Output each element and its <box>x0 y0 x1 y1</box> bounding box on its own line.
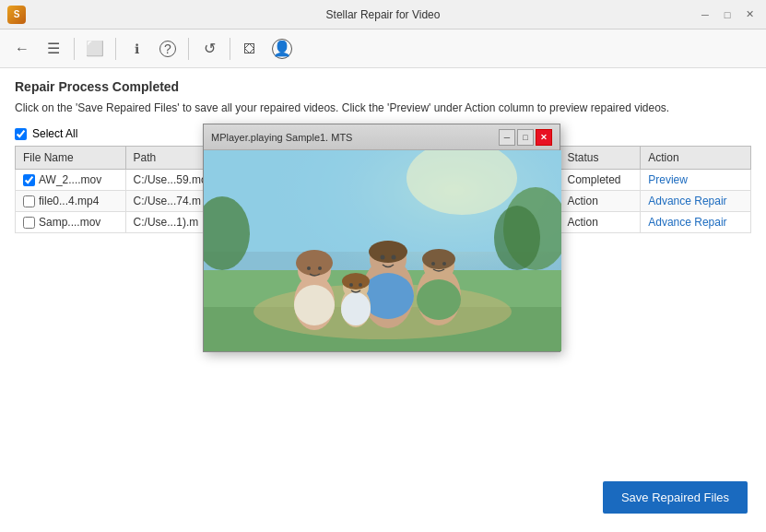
row2-status: Action <box>560 191 641 212</box>
window-title: Stellar Repair for Video <box>326 8 441 21</box>
refresh-button[interactable]: ↺ <box>196 36 222 62</box>
row2-filename: file0...4.mp4 <box>39 195 99 207</box>
refresh-icon: ↺ <box>204 40 216 57</box>
advance-repair-link-1[interactable]: Advance Repair <box>648 195 726 207</box>
mplayer-titlebar: MPlayer.playing Sample1. MTS ─ □ ✕ <box>204 124 560 150</box>
advance-repair-link-2[interactable]: Advance Repair <box>648 216 726 229</box>
mplayer-minimize-button[interactable]: ─ <box>499 129 515 146</box>
close-button[interactable]: ✕ <box>740 6 759 24</box>
help-icon: ? <box>159 41 176 57</box>
user-icon: 👤 <box>272 39 292 59</box>
mplayer-video-area <box>204 150 561 351</box>
preview-link[interactable]: Preview <box>648 173 688 186</box>
mplayer-controls: ─ □ ✕ <box>499 129 552 146</box>
minimize-button[interactable]: ─ <box>696 6 714 24</box>
info-button[interactable]: ℹ <box>124 36 149 62</box>
cell-filename: file0...4.mp4 <box>16 191 126 212</box>
cell-filename: Samp....mov <box>16 212 126 233</box>
menu-button[interactable]: ☰ <box>41 36 66 62</box>
row3-action: Advance Repair <box>641 212 751 233</box>
col-filename: File Name <box>16 147 126 170</box>
toolbar-sep-4 <box>230 38 230 60</box>
toolbar-sep-3 <box>188 38 189 60</box>
cart-icon: ⛋ <box>243 41 258 57</box>
window-controls: ─ □ ✕ <box>696 6 759 24</box>
user-button[interactable]: 👤 <box>269 36 295 62</box>
menu-icon: ☰ <box>47 40 60 57</box>
select-all-label: Select All <box>32 127 77 140</box>
back-button[interactable]: ← <box>9 36 35 62</box>
video-scene-svg <box>204 150 561 351</box>
mplayer-popup: MPlayer.playing Sample1. MTS ─ □ ✕ <box>203 124 560 352</box>
help-button[interactable]: ? <box>155 36 181 62</box>
mplayer-close-button[interactable]: ✕ <box>536 129 552 146</box>
title-bar-left: S <box>7 6 26 24</box>
row1-checkbox[interactable] <box>23 174 35 186</box>
svg-rect-34 <box>204 150 561 351</box>
col-status: Status <box>560 147 641 170</box>
row3-status: Action <box>560 212 641 233</box>
mplayer-title: MPlayer.playing Sample1. MTS <box>211 132 352 143</box>
row2-checkbox[interactable] <box>23 195 35 207</box>
toolbar: ← ☰ ⬜ ℹ ? ↺ ⛋ 👤 <box>0 30 766 68</box>
col-action: Action <box>641 147 751 170</box>
row1-status: Completed <box>560 170 641 191</box>
row1-filename: AW_2....mov <box>39 173 101 186</box>
toolbar-sep-2 <box>115 38 116 60</box>
title-bar: S Stellar Repair for Video ─ □ ✕ <box>0 0 766 30</box>
main-content: Repair Process Completed Click on the 'S… <box>0 68 766 532</box>
select-all-checkbox[interactable] <box>15 128 27 140</box>
cell-filename: AW_2....mov <box>16 170 126 191</box>
clipboard-button[interactable]: ⬜ <box>82 36 108 62</box>
clipboard-icon: ⬜ <box>86 40 104 57</box>
mplayer-maximize-button[interactable]: □ <box>517 129 534 146</box>
row3-checkbox[interactable] <box>23 217 35 229</box>
info-icon: ℹ <box>135 41 139 56</box>
maximize-button[interactable]: □ <box>718 6 737 24</box>
save-repaired-files-button[interactable]: Save Repaired Files <box>603 481 748 514</box>
row3-filename: Samp....mov <box>39 216 100 229</box>
app-icon: S <box>7 6 26 24</box>
row1-action: Preview <box>641 170 751 191</box>
cart-button[interactable]: ⛋ <box>238 36 264 62</box>
toolbar-sep-1 <box>74 38 75 60</box>
back-icon: ← <box>15 41 29 57</box>
video-content <box>204 150 561 351</box>
repair-title: Repair Process Completed <box>15 79 751 94</box>
row2-action: Advance Repair <box>641 191 751 212</box>
repair-description: Click on the 'Save Repaired Files' to sa… <box>15 100 751 116</box>
